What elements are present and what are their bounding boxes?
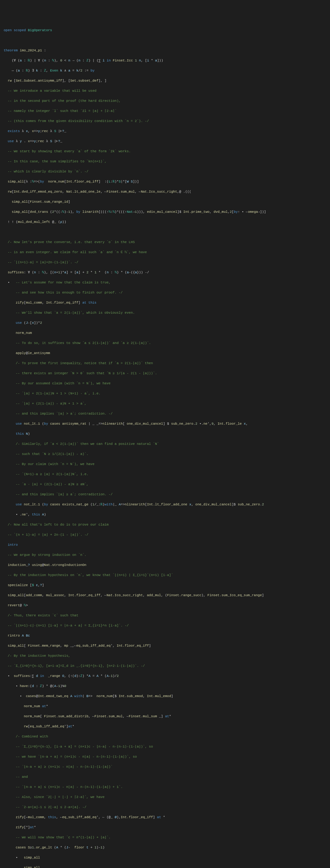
line-68: norm_num at* xyxy=(4,704,326,709)
line-41: this N) xyxy=(4,431,326,437)
code-editor: open scoped BigOperators theorem imo_202… xyxy=(4,23,326,868)
line-67: • cases@Int.emod_two_eq A with| B=> norm… xyxy=(4,694,326,699)
line-84: simp_all xyxy=(4,865,326,868)
line-81: -- We will now show that `c = n*(1-⌊a⌋) … xyxy=(4,835,326,840)
line-53: -- We argue by strong induction on `n`. xyxy=(4,553,326,558)
line-20: ! ! (mul_dvd_mul_left @_ (ρ)) xyxy=(4,219,326,225)
line-6: rw [Set.Subset.antisymm_iff], [Set.subse… xyxy=(4,78,326,84)
line-37: -- `⌊a⌋ + 2(1-⌊a⌋)N + 1 > (N+1) · a`, i.… xyxy=(4,391,326,396)
line-21 xyxy=(4,229,326,235)
line-32: -- To do so, it suffices to show `a ≤ 2(… xyxy=(4,341,326,346)
line-83: • simp_all xyxy=(4,855,326,860)
line-40: use not_lt.1 (by cases antisymm_rat | _ … xyxy=(4,421,326,427)
line-55: -- By the induction hypothesis on `n`, w… xyxy=(4,572,326,578)
line-10: -- (this comes from the given divisibili… xyxy=(4,119,326,124)
line-39: -- and this implies `⌊a⌋ > a`; contradic… xyxy=(4,411,326,416)
line-75: -- and xyxy=(4,774,326,780)
line-35: -- there exists an integer `N > 0` such … xyxy=(4,371,326,376)
line-36: -- By our assumed claim (with `n = N`), … xyxy=(4,381,326,386)
line-76: -- `⌊n·a + a⌋ ≤ (n+1)c - n⌊a⌋ - n·(n-1)·… xyxy=(4,784,326,790)
line-47: -- and this implies `⌊a⌋ ≥ a`; contradic… xyxy=(4,492,326,497)
line-46: -- `a · ⌊a⌋ + (2(1-⌊a⌋) - a)N ≥ aN`, xyxy=(4,482,326,487)
line-33: apply@le_antisymm xyxy=(4,351,326,356)
line-16: simp_all[λ :ℕ=>(by norm_num[Int.floor_eq… xyxy=(4,179,326,184)
line-74: -- `⌊n·a + a⌋ ≥ (n+1)c - n⌊a⌋ - n·(n-1)·… xyxy=(4,764,326,770)
line-43: -- such that `N ≥ 1/(2(1-⌊a⌋) - a)`. xyxy=(4,452,326,457)
line-28: zify[mul_comm, Int.floor_eq_iff] at this xyxy=(4,300,326,305)
line-45: -- `(N+1)·a ≥ ⌊a⌋ + 2(1-⌊a⌋)N`, i.e. xyxy=(4,472,326,477)
line-62: simp_all[ Finset.mem_range, mp _,←eq_sub… xyxy=(4,643,326,649)
line-24: -- `⌊(n+1)·a⌋ = ⌊a⌋+2n·(1-⌊a⌋)`. -/ xyxy=(4,260,326,265)
line-38: -- `⌊a⌋ + (2(1-⌊a⌋) - a)N + 1 > a`, xyxy=(4,401,326,406)
line-65: • suffices:∑ d in _range O, (↑(d):ℤ) *A … xyxy=(4,674,326,679)
line-78: -- `2·a+⌊a⌋-1 ≤ 2⌊·a⌋ ≤ 2·a+⌊a⌋. -/ xyxy=(4,805,326,810)
line-22: /- Now let's prove the converse, i.e. th… xyxy=(4,240,326,245)
line-80: zify[*]at* xyxy=(4,825,326,830)
line-72: -- `Σ_{i=0}^{n-1}, [i·a + a] = (n+1)c - … xyxy=(4,744,326,749)
line-56: specialize [$ ε,?] xyxy=(4,583,326,588)
line-15: -- which is clearly divisible by `n`. -/ xyxy=(4,169,326,174)
line-59: /- Thus, there exists `c` such that xyxy=(4,613,326,618)
line-69: norm_num[ Finset.sum_add_distrib, ←Finse… xyxy=(4,714,326,719)
line-3: theorem imo_2024_p1 : xyxy=(4,48,326,53)
line-66: • have:(d : ℤ) * @(A-1)%0 xyxy=(4,684,326,689)
line-79: zify[←mul_comm, this, ←eq_sub_iff_add_eq… xyxy=(4,815,326,820)
line-12: use λ y . x=>y;rec λ S |⊢?_ xyxy=(4,139,326,144)
line-51: -- `(n + 1)·a⌋ = ⌊a⌋ + 2n·(1 - ⌊a⌋)`. -/ xyxy=(4,532,326,537)
line-27: -- and see how this is enough to finish … xyxy=(4,290,326,296)
line-73: -- we have `⌊n·a + a⌋ = (n+1)c - n⌊a⌋ - … xyxy=(4,754,326,760)
line-82: cases S≥1.or_ge_lt (A * (J- floor t + 1)… xyxy=(4,845,326,850)
line-11: exists λ x, x=>y;rec λ S |⊢?_ xyxy=(4,129,326,134)
line-5: ↔ (a : ℝ) ∃ k : ℤ, Even k ∧ a = k/2 := b… xyxy=(4,68,326,73)
line-60: -- `⌊(n+1)·c⌋·(n+1) [i·a] = ⌊n·a + a⌋ = … xyxy=(4,623,326,628)
line-49: • .ne', this A) xyxy=(4,512,326,517)
line-50: /- Now all that's left to do is to prove… xyxy=(4,522,326,527)
line-61: rintro A Bc xyxy=(4,633,326,639)
line-70: rw[eq_sub_iff_add_eq']at* xyxy=(4,724,326,729)
line-2 xyxy=(4,38,326,43)
line-34: /- To prove the first inequality, notice… xyxy=(4,361,326,366)
line-64: -- `Σ_{i=0}^{n-1}, [a+i·a]=Σ_d in _.{i=0… xyxy=(4,663,326,669)
line-58: revert@ ℕ> xyxy=(4,603,326,608)
line-9: -- namely the integer `l` such that `2l … xyxy=(4,108,326,114)
line-57: simp_all[add_comm, mul_assoc, Int.floor_… xyxy=(4,593,326,598)
line-18: simp_all[Finset.sum_range_id] xyxy=(4,199,326,205)
line-30: use (J-[x])*2 xyxy=(4,320,326,326)
line-44: -- By our claim (with `n = N`), we have xyxy=(4,462,326,467)
line-14: -- In this case, the sum simplifies to `… xyxy=(4,159,326,164)
line-4: (∀ (a : ℝ) | ∀ (n : ℕ), 0 < n → (n : ℤ) … xyxy=(4,58,326,63)
line-8: -- in the second part of the proof (the … xyxy=(4,98,326,104)
line-52: intro xyxy=(4,542,326,548)
line-1: open scoped BigOperators xyxy=(4,28,326,33)
line-26: • -- Let's assume for now that the claim… xyxy=(4,280,326,285)
line-17: rw[Int.dvd_iff_emod_eq_zero, Nat.lt_add_… xyxy=(4,189,326,194)
line-7: -- We introduce a variable that will be … xyxy=(4,88,326,94)
line-63: /- By the inductive hypothesis, xyxy=(4,653,326,658)
line-77: -- Also, since `2⌊·⌋ = ⌊·⌋ + ⌈2·a⌉`, we … xyxy=(4,795,326,800)
line-42: /- Similarly, if `a < 2(1-⌊a⌋)` then we … xyxy=(4,441,326,447)
line-71: /- Combined with xyxy=(4,734,326,739)
line-48: use not_lt.1 (by cases exists_nat_ge (1/… xyxy=(4,502,326,507)
line-29: -- We'll show that `a = 2(1-⌊a⌋)`, which… xyxy=(4,310,326,315)
line-19: simp_all[dvd_trans (2*((:ℕ)-1), by linar… xyxy=(4,210,326,215)
line-13: -- We start by showing that every `a` of… xyxy=(4,149,326,154)
line-31: norm_num xyxy=(4,331,326,336)
line-23: -- is an even integer. We claim for all … xyxy=(4,250,326,255)
line-25: suffices: ∀ (n : ℕ), [(n+1)*a] = [a] + 2… xyxy=(4,270,326,275)
line-54: induction_? using@Nat.strongInductionOn xyxy=(4,563,326,568)
